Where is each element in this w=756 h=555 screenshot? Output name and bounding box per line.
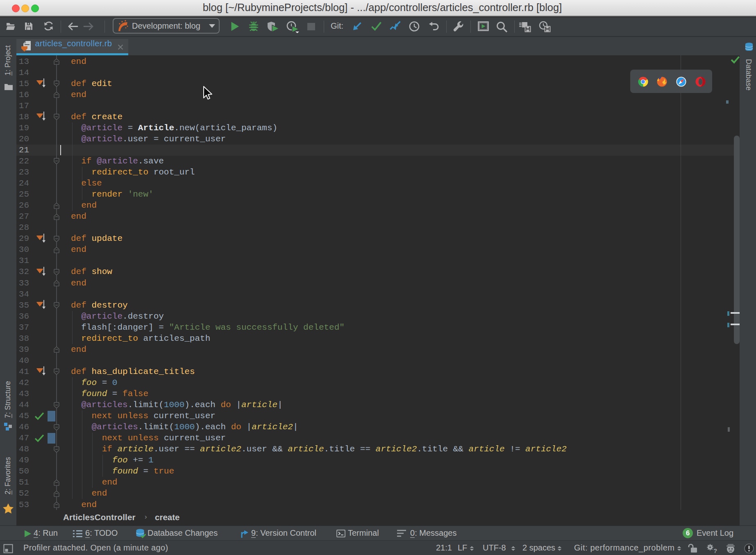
svg-text:?: ? bbox=[713, 547, 717, 554]
